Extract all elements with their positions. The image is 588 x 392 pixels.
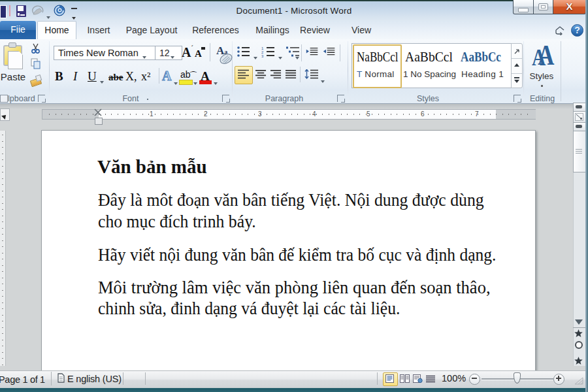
svg-text:3: 3: [261, 54, 264, 58]
